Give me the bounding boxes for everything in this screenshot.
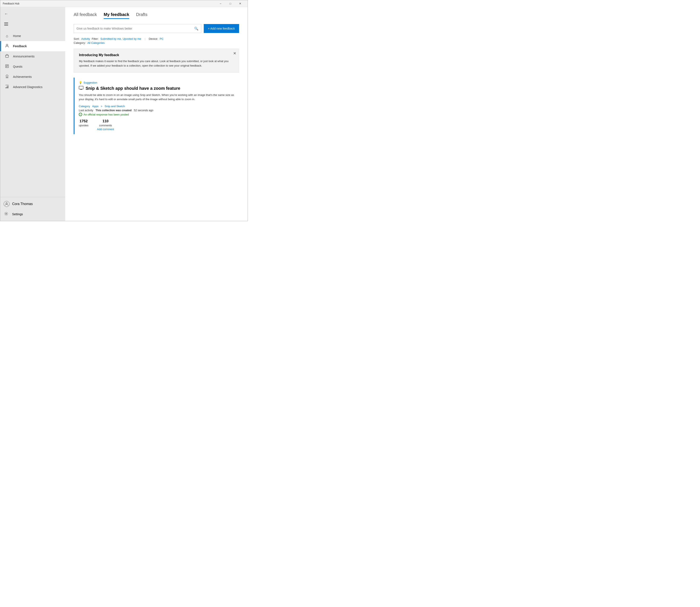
sidebar-item-advanced-diagnostics-label: Advanced Diagnostics (13, 85, 43, 89)
info-box-close-button[interactable]: ✕ (233, 51, 236, 55)
main-content: All feedback My feedback Drafts 🔍 + Add … (65, 7, 247, 221)
feedback-category: Category Apps > Snip and Sketch (79, 105, 235, 108)
device-value[interactable]: PC (160, 37, 163, 40)
user-profile[interactable]: Cora Thomas (0, 199, 65, 209)
user-name: Cora Thomas (12, 202, 33, 206)
sort-value[interactable]: Activity (81, 37, 90, 40)
back-button[interactable]: ← (2, 9, 11, 18)
minimize-button[interactable]: – (216, 0, 225, 7)
sidebar-item-announcements[interactable]: Announcements (0, 51, 65, 61)
comments-stat: 110 comments Add comment (97, 119, 114, 131)
svg-rect-6 (5, 87, 6, 88)
activity-label: Last activity (79, 109, 93, 112)
category-separator: > (101, 105, 102, 108)
svg-rect-12 (79, 86, 83, 89)
hamburger-line-2 (4, 24, 8, 24)
hamburger-line-1 (4, 23, 8, 23)
search-box: 🔍 (74, 24, 201, 33)
feedback-icon (4, 44, 9, 49)
comments-label: comments (99, 124, 112, 127)
activity-text: This collection was created (96, 109, 132, 112)
sidebar-item-home-label: Home (13, 34, 21, 38)
category-app2-link[interactable]: Snip and Sketch (105, 105, 125, 108)
feedback-title-icon (79, 86, 83, 91)
feedback-title[interactable]: Snip & Sketch app should have a zoom fea… (79, 86, 235, 91)
home-icon: ⌂ (4, 34, 9, 38)
title-bar: Feedback Hub – □ ✕ (0, 0, 247, 7)
tab-all-feedback[interactable]: All feedback (74, 12, 97, 19)
avatar (4, 201, 9, 207)
category-meta-label: Category (79, 105, 90, 108)
sidebar-item-quests-label: Quests (13, 65, 22, 68)
upvotes-stat: 1752 upvotes (79, 119, 88, 127)
tab-my-feedback[interactable]: My feedback (104, 12, 129, 19)
upvotes-label: upvotes (79, 124, 88, 127)
svg-point-0 (6, 44, 8, 46)
response-check-icon: ✓ (79, 113, 82, 116)
settings-item[interactable]: Settings (0, 209, 65, 219)
svg-rect-8 (8, 86, 8, 88)
search-row: 🔍 + Add new feedback (74, 24, 239, 33)
svg-rect-7 (6, 87, 7, 88)
hamburger-line-3 (4, 25, 8, 25)
advanced-diagnostics-icon (4, 84, 9, 90)
info-box: Introducing My feedback My feedback make… (74, 49, 239, 72)
sidebar-item-home[interactable]: ⌂ Home (0, 31, 65, 41)
svg-point-10 (6, 203, 7, 204)
search-input[interactable] (76, 27, 193, 30)
filter-value[interactable]: Submitted by me, Upvoted by me (100, 37, 141, 40)
sidebar-item-advanced-diagnostics[interactable]: Advanced Diagnostics (0, 82, 65, 92)
achievements-icon (4, 74, 9, 80)
back-arrow-icon: ← (4, 12, 8, 16)
response-text: An official response has been posted (83, 113, 129, 116)
category-value[interactable]: All Categories (87, 41, 104, 44)
category-app-link[interactable]: Apps (92, 105, 99, 108)
sidebar-item-feedback-label: Feedback (13, 44, 27, 48)
sidebar-item-quests[interactable]: Quests (0, 61, 65, 72)
activity-time: 52 seconds ago (134, 109, 154, 112)
quests-icon (4, 64, 9, 69)
title-bar-controls: – □ ✕ (216, 0, 245, 7)
app-body: ← ⌂ Home Feedback (0, 7, 247, 221)
filter-label: Filter: (92, 37, 99, 40)
hamburger-button[interactable] (2, 20, 11, 28)
feedback-activity: Last activity This collection was create… (79, 109, 235, 112)
add-comment-link[interactable]: Add comment (97, 128, 114, 131)
feedback-stats: 1752 upvotes 110 comments Add comment (79, 119, 235, 131)
tabs: All feedback My feedback Drafts (74, 12, 239, 19)
category-label: Category: (74, 41, 85, 44)
feedback-type-label: Suggestion (83, 81, 97, 84)
search-icon: 🔍 (194, 26, 198, 30)
add-new-feedback-button[interactable]: + Add new feedback (204, 24, 239, 33)
sidebar-item-feedback[interactable]: Feedback (0, 41, 65, 51)
feedback-response[interactable]: ✓ An official response has been posted (79, 113, 235, 116)
feedback-body: You should be able to zoom in on an imag… (79, 93, 235, 102)
feedback-type: 💡 Suggestion (79, 81, 235, 84)
close-button[interactable]: ✕ (235, 0, 245, 7)
filter-divider: | (144, 37, 145, 40)
title-bar-title: Feedback Hub (3, 2, 216, 5)
info-box-title: Introducing My feedback (79, 53, 234, 57)
category-row: Category: All Categories (74, 41, 239, 44)
tab-drafts[interactable]: Drafts (136, 12, 147, 19)
upvotes-count: 1752 (79, 119, 88, 123)
sidebar-item-achievements-label: Achievements (13, 75, 32, 79)
sidebar-item-achievements[interactable]: Achievements (0, 72, 65, 82)
comments-count: 110 (97, 119, 114, 123)
announcements-icon (4, 54, 9, 59)
sidebar-item-announcements-label: Announcements (13, 55, 35, 58)
info-box-body: My feedback makes it easier to find the … (79, 59, 234, 68)
suggestion-icon: 💡 (79, 81, 82, 84)
filter-row: Sort: Activity Filter: Submitted by me, … (74, 37, 239, 40)
maximize-button[interactable]: □ (225, 0, 235, 7)
settings-icon (4, 212, 9, 217)
sidebar-nav: ⌂ Home Feedback (0, 31, 65, 197)
sort-label: Sort: (74, 37, 79, 40)
svg-point-5 (6, 75, 8, 77)
feedback-title-text: Snip & Sketch app should have a zoom fea… (85, 86, 180, 91)
svg-point-11 (6, 213, 7, 214)
device-label: Device: (149, 37, 158, 40)
sidebar-bottom: Cora Thomas Settings (0, 197, 65, 221)
settings-label: Settings (12, 212, 23, 216)
feedback-item: 💡 Suggestion Snip & Sketch app should ha… (74, 78, 239, 134)
